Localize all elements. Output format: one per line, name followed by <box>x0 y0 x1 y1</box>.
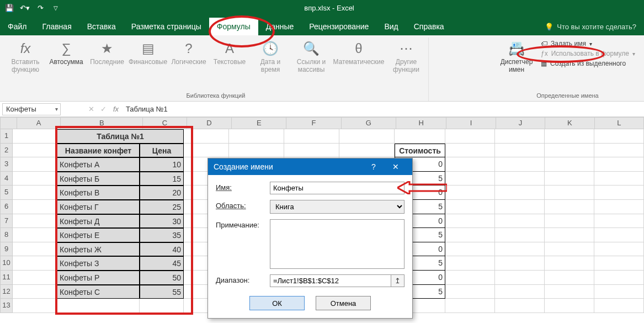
row-header-10[interactable]: 10 <box>0 256 13 271</box>
tab-Данные[interactable]: Данные <box>258 18 302 35</box>
autosum-button[interactable]: ∑Автосумма <box>46 38 86 68</box>
cell-G2[interactable] <box>339 144 395 158</box>
more-button[interactable]: ⋯Другие функции <box>386 38 426 76</box>
col-header-G[interactable]: G <box>342 117 396 129</box>
col-header-D[interactable]: D <box>187 117 232 129</box>
cell-I2[interactable] <box>445 144 495 158</box>
cell-K5[interactable] <box>545 186 594 200</box>
cell-L2[interactable] <box>594 144 644 158</box>
cell-A12[interactable] <box>13 285 57 299</box>
row-header-1[interactable]: 1 <box>0 129 13 144</box>
use-in-formula-button[interactable]: ƒxИспользовать в формуле▾ <box>541 50 635 57</box>
row-header-9[interactable]: 9 <box>0 242 13 257</box>
cell-D1[interactable] <box>184 129 229 144</box>
name-box[interactable]: Конфеты <box>2 103 61 115</box>
comment-input[interactable] <box>270 219 405 269</box>
cell-B8[interactable]: Конфеты Е <box>57 228 140 242</box>
cell-B7[interactable]: Конфеты Д <box>57 214 140 229</box>
cell-J3[interactable] <box>495 157 545 172</box>
cell-I3[interactable] <box>445 157 495 172</box>
cell-K13[interactable] <box>545 299 594 313</box>
formula-input[interactable]: Таблица №1 <box>123 105 644 113</box>
fx-label[interactable]: fx <box>109 105 123 113</box>
define-name-button[interactable]: 🏷Задать имя▾ <box>541 40 635 47</box>
cell-D2[interactable] <box>184 144 229 158</box>
cell-A6[interactable] <box>13 200 57 214</box>
cell-B3[interactable]: Конфеты А <box>57 157 140 172</box>
cell-K2[interactable] <box>545 144 594 158</box>
cell-I5[interactable] <box>445 186 495 200</box>
cell-C8[interactable]: 35 <box>140 228 184 242</box>
cell-C7[interactable]: 30 <box>140 214 184 229</box>
col-header-J[interactable]: J <box>496 117 545 129</box>
cell-A8[interactable] <box>13 228 57 242</box>
logical-button[interactable]: ?Логические <box>169 38 209 68</box>
cell-B13[interactable] <box>57 299 140 313</box>
cell-C2[interactable]: Цена <box>140 144 184 158</box>
col-header-E[interactable]: E <box>232 117 286 129</box>
financial-button[interactable]: ▤Финансовые <box>128 38 168 68</box>
cell-B5[interactable]: Конфеты В <box>57 186 140 200</box>
col-header-H[interactable]: H <box>396 117 446 129</box>
cell-L8[interactable] <box>594 228 644 242</box>
cell-L13[interactable] <box>594 299 644 313</box>
cell-J8[interactable] <box>495 228 545 242</box>
cell-I6[interactable] <box>445 200 495 214</box>
tab-Разметка страницы[interactable]: Разметка страницы <box>124 18 209 35</box>
cell-A2[interactable] <box>13 144 57 158</box>
cell-L7[interactable] <box>594 214 644 229</box>
cell-H2[interactable]: Стоимость <box>395 144 445 158</box>
tab-Рецензирование[interactable]: Рецензирование <box>301 18 376 35</box>
range-input[interactable] <box>270 274 391 287</box>
col-header-A[interactable]: A <box>17 117 61 129</box>
cell-K10[interactable] <box>545 256 594 271</box>
cell-J13[interactable] <box>495 299 545 313</box>
col-header-B[interactable]: B <box>61 117 143 129</box>
cell-C10[interactable]: 45 <box>140 256 184 271</box>
dialog-titlebar[interactable]: Создание имени ? ✕ <box>208 158 412 175</box>
cell-L10[interactable] <box>594 256 644 271</box>
cell-J12[interactable] <box>495 285 545 299</box>
cell-B12[interactable]: Конфеты С <box>57 285 140 299</box>
range-collapse-button[interactable]: ↥ <box>391 274 405 287</box>
cell-B6[interactable]: Конфеты Г <box>57 200 140 214</box>
redo-icon[interactable]: ↷ <box>34 2 46 14</box>
cell-C3[interactable]: 10 <box>140 157 184 172</box>
datetime-button[interactable]: 🕓Дата и время <box>251 38 290 76</box>
accept-icon[interactable]: ✓ <box>97 105 109 113</box>
cell-C13[interactable] <box>140 299 184 313</box>
cell-K7[interactable] <box>545 214 594 229</box>
cell-A13[interactable] <box>13 299 57 313</box>
cell-K9[interactable] <box>545 242 594 257</box>
tab-Главная[interactable]: Главная <box>34 18 79 35</box>
row-header-3[interactable]: 3 <box>0 157 13 172</box>
cell-B2[interactable]: Название конфет <box>57 144 140 158</box>
qat-more-icon[interactable]: ▽ <box>50 2 62 14</box>
cell-B10[interactable]: Конфеты З <box>57 256 140 271</box>
tab-Файл[interactable]: Файл <box>0 18 34 35</box>
row-header-11[interactable]: 11 <box>0 271 13 285</box>
cell-C12[interactable]: 55 <box>140 285 184 299</box>
cell-A1[interactable] <box>13 129 57 144</box>
recent-button[interactable]: ★Последние <box>87 38 127 68</box>
save-icon[interactable]: 💾 <box>3 2 15 14</box>
help-button[interactable]: ? <box>363 162 385 171</box>
cell-B9[interactable]: Конфеты Ж <box>57 242 140 257</box>
cell-I13[interactable] <box>445 299 495 313</box>
cell-I4[interactable] <box>445 172 495 186</box>
cell-I12[interactable] <box>445 285 495 299</box>
cell-I1[interactable] <box>445 129 495 144</box>
cell-H1[interactable] <box>395 129 445 144</box>
cell-L11[interactable] <box>594 271 644 285</box>
cell-I8[interactable] <box>445 228 495 242</box>
cell-I7[interactable] <box>445 214 495 229</box>
cell-K6[interactable] <box>545 200 594 214</box>
cell-K8[interactable] <box>545 228 594 242</box>
cell-B4[interactable]: Конфеты Б <box>57 172 140 186</box>
name-manager-button[interactable]: 📇Диспетчер имен <box>497 38 536 76</box>
row-header-2[interactable]: 2 <box>0 144 13 158</box>
cell-A3[interactable] <box>13 157 57 172</box>
cell-J5[interactable] <box>495 186 545 200</box>
cell-L5[interactable] <box>594 186 644 200</box>
row-header-5[interactable]: 5 <box>0 186 13 200</box>
